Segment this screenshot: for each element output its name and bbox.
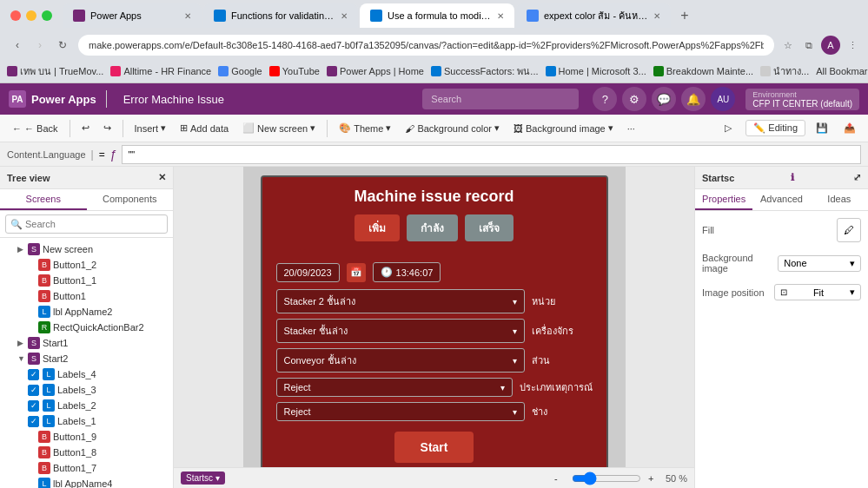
bg-image-button[interactable]: 🖼 Background image ▾	[508, 118, 619, 139]
bookmark-2[interactable]: Google	[218, 66, 262, 76]
comment-icon[interactable]: 💬	[652, 87, 676, 111]
tree-item-labels1[interactable]: ✓ L Labels_1	[0, 413, 173, 429]
bookmark-8[interactable]: นำทาง...	[760, 63, 809, 79]
save-button[interactable]: 💾	[811, 118, 833, 139]
tree-item-labels3[interactable]: ✓ L Labels_3	[0, 382, 173, 398]
settings-icon[interactable]: ⚙	[622, 87, 646, 111]
tree-item-labels2[interactable]: ✓ L Labels_2	[0, 398, 173, 413]
tree-item-button9[interactable]: B Button1_9	[0, 429, 173, 445]
checkbox-10[interactable]: ✓	[28, 400, 39, 412]
tree-expand-0[interactable]: ▶	[17, 245, 28, 254]
canvas-btn-progress[interactable]: กำลัง	[407, 214, 458, 241]
bookmark-1[interactable]: Alltime - HR Finance	[110, 66, 211, 76]
new-screen-button[interactable]: ⬜ New screen ▾	[237, 118, 321, 139]
tab-screens[interactable]: Screens	[0, 189, 87, 210]
tree-item-new-screen[interactable]: ▶ S New screen	[0, 241, 173, 257]
user-avatar[interactable]: AU	[711, 87, 735, 111]
bookmark-7[interactable]: Breakdown Mainte...	[653, 66, 753, 76]
tree-item-button1[interactable]: B Button1	[0, 288, 173, 304]
theme-button[interactable]: 🎨 Theme ▾	[334, 118, 396, 139]
add-data-button[interactable]: ⊞ Add data	[175, 118, 234, 139]
publish-button[interactable]: 📤	[838, 118, 861, 139]
new-screen-icon: ⬜	[242, 122, 255, 134]
tree-item-button7[interactable]: B Button1_7	[0, 460, 173, 476]
help-icon[interactable]: ?	[593, 87, 617, 111]
tab-components[interactable]: Components	[87, 189, 174, 210]
bookmark-5[interactable]: SuccessFactors: พน...	[431, 63, 539, 79]
bookmark-6[interactable]: Home | Microsoft 3...	[546, 66, 646, 76]
tree-item-button1-1[interactable]: B Button1_1	[0, 273, 173, 288]
notification-icon[interactable]: 🔔	[681, 87, 706, 111]
bookmark-0[interactable]: เทพ บน | TrueMov...	[7, 63, 103, 79]
dropdown-2[interactable]: Conveyor ชั้นล่าง ▾	[276, 348, 525, 373]
tree-item-lbl-appname4[interactable]: L lbl AppName4	[0, 476, 173, 488]
image-position-dropdown[interactable]: ⊡ Fit ▾	[774, 284, 861, 300]
bg-color-button[interactable]: 🖌 Background color ▾	[400, 118, 505, 139]
new-tab-button[interactable]: +	[673, 3, 697, 28]
undo-button[interactable]: ↩	[76, 118, 95, 139]
address-input[interactable]	[78, 35, 774, 56]
checkbox-9[interactable]: ✓	[28, 385, 39, 396]
redo-button[interactable]: ↪	[98, 118, 116, 139]
insert-button[interactable]: Insert ▾	[129, 118, 172, 139]
zoom-in-button[interactable]: +	[645, 468, 662, 489]
profile-icon[interactable]: A	[821, 36, 840, 55]
tree-search-input[interactable]	[5, 214, 168, 234]
tab-2-close[interactable]: ✕	[341, 11, 348, 21]
rp-header-expand-icon[interactable]: ⤢	[853, 172, 861, 183]
tab-3-close[interactable]: ✕	[497, 11, 504, 21]
extensions-icon[interactable]: ⧉	[800, 36, 818, 54]
tab-3[interactable]: Use a formula to modify the for... ✕	[360, 3, 514, 28]
dropdown-1[interactable]: Stacker ชั้นล่าง ▾	[276, 319, 525, 343]
tree-view-close-icon[interactable]: ✕	[158, 172, 166, 183]
rp-tab-advanced[interactable]: Advanced	[752, 189, 810, 210]
tab-2[interactable]: Functions for validating data - T... ✕	[203, 3, 358, 28]
rp-tab-properties[interactable]: Properties	[695, 189, 752, 210]
back-button[interactable]: ← ← Back	[7, 118, 63, 139]
insert-label: Insert	[135, 123, 159, 134]
bookmark-star-icon[interactable]: ☆	[779, 36, 797, 54]
menu-icon[interactable]: ⋮	[844, 36, 861, 54]
tab-4[interactable]: expext color ส้ม - ค้นหาแบบ Goog... ✕	[516, 3, 671, 28]
tree-item-start1[interactable]: ▶ S Start1	[0, 335, 173, 351]
tree-item-labels4[interactable]: ✓ L Labels_4	[0, 366, 173, 382]
tree-item-button8[interactable]: B Button1_8	[0, 445, 173, 460]
close-button[interactable]	[10, 10, 21, 21]
zoom-slider[interactable]	[572, 472, 641, 485]
back-nav-button[interactable]: ‹	[7, 35, 28, 56]
dropdown-0-value: Stacker 2 ชั้นล่าง	[284, 293, 356, 309]
calendar-icon[interactable]: 📅	[347, 263, 366, 282]
minimize-button[interactable]	[26, 10, 36, 21]
formula-input[interactable]	[122, 145, 861, 164]
canvas-btn-add[interactable]: เพิ่ม	[354, 214, 400, 241]
tree-expand-6[interactable]: ▶	[17, 339, 28, 347]
checkbox-11[interactable]: ✓	[28, 416, 39, 427]
bookmark-4[interactable]: Power Apps | Home	[327, 66, 424, 76]
tab-1-close[interactable]: ✕	[184, 11, 191, 21]
tab-4-close[interactable]: ✕	[653, 11, 660, 21]
tree-item-button1-2[interactable]: B Button1_2	[0, 257, 173, 273]
canvas-btn-done[interactable]: เสร็จ	[465, 214, 514, 241]
more-button[interactable]: ···	[622, 118, 640, 139]
dropdown-4[interactable]: Reject ▾	[276, 402, 525, 421]
nav-search-input[interactable]	[422, 89, 579, 109]
rp-tab-ideas[interactable]: Ideas	[811, 189, 868, 210]
maximize-button[interactable]	[42, 10, 52, 21]
dropdown-0[interactable]: Stacker 2 ชั้นล่าง ▾	[276, 289, 525, 313]
reload-button[interactable]: ↻	[52, 35, 73, 56]
fill-icon-button[interactable]: 🖊	[837, 218, 861, 242]
tab-1[interactable]: Power Apps ✕	[63, 3, 202, 28]
preview-button[interactable]: ▷	[719, 118, 737, 139]
all-bookmarks[interactable]: All Bookmarks	[816, 66, 868, 76]
bg-image-dropdown[interactable]: None ▾	[778, 255, 861, 272]
checkbox-8[interactable]: ✓	[28, 369, 39, 380]
zoom-out-button[interactable]: -	[551, 468, 568, 489]
tree-item-lbl-appname2[interactable]: L lbl AppName2	[0, 304, 173, 320]
dropdown-3[interactable]: Reject ▾	[276, 378, 513, 397]
bookmark-3[interactable]: YouTube	[269, 66, 320, 76]
tree-item-start2[interactable]: ▼ S Start2	[0, 351, 173, 366]
start-button[interactable]: Start	[394, 432, 474, 463]
tree-item-rectquick2[interactable]: R RectQuickActionBar2	[0, 320, 173, 335]
tree-expand-7[interactable]: ▼	[17, 354, 28, 363]
forward-nav-button[interactable]: ›	[30, 35, 50, 56]
